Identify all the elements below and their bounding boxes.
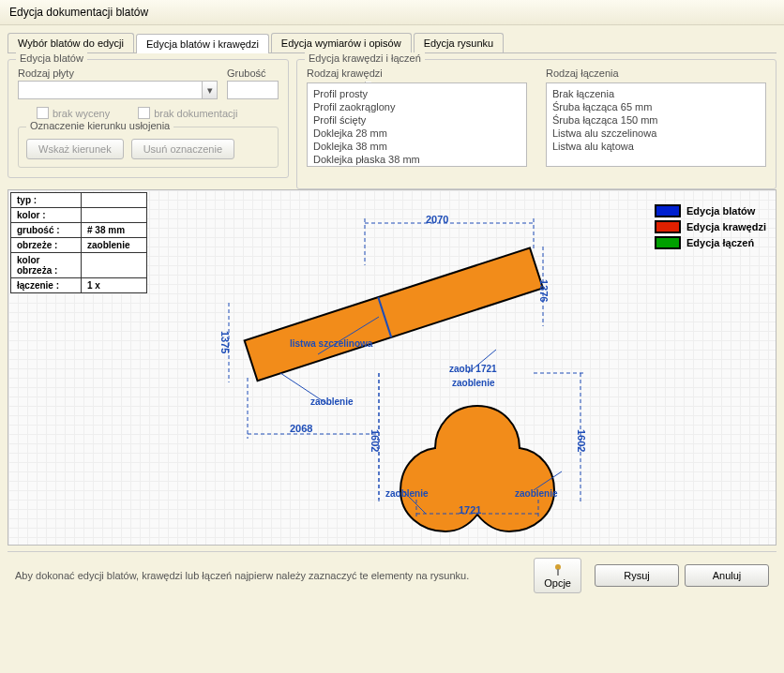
btn-anuluj[interactable]: Anuluj — [685, 564, 769, 587]
checkbox-label: brak dokumentacji — [154, 108, 237, 119]
dim-label: 2068 — [290, 423, 312, 434]
list-item[interactable]: Doklejka 38 mm — [311, 140, 522, 153]
checkbox-box-icon — [37, 107, 49, 119]
annotation: zaoblenie — [452, 378, 495, 388]
label-rodzaj-plyty: Rodzaj płyty — [18, 67, 218, 79]
list-item[interactable]: Doklejka 28 mm — [311, 127, 522, 140]
list-item[interactable]: Doklejka płaska 38 mm — [311, 153, 522, 166]
btn-wskaz-kierunek[interactable]: Wskaż kierunek — [26, 139, 124, 159]
svg-rect-22 — [557, 569, 559, 576]
tab-wybor[interactable]: Wybór blatów do edycji — [8, 33, 134, 52]
checkbox-brak-dokumentacji[interactable]: brak dokumentacji — [138, 107, 237, 119]
combo-rodzaj-plyty[interactable]: ▾ — [18, 81, 218, 99]
list-item[interactable]: Profil ścięty — [311, 113, 522, 127]
btn-opcje[interactable]: Opcje — [534, 558, 581, 593]
tab-wymiary[interactable]: Edycja wymiarów i opisów — [271, 33, 412, 52]
dim-label: 1376 — [538, 279, 550, 302]
drawing-canvas[interactable]: typ : kolor : grubość :# 38 mm obrzeże :… — [8, 189, 776, 546]
list-item[interactable]: Śruba łącząca 65 mm — [550, 100, 761, 113]
dim-label: 1602 — [369, 429, 381, 452]
input-rodzaj-plyty[interactable] — [19, 82, 202, 98]
annotation: zaoblenie — [515, 488, 558, 499]
btn-usun-oznaczenie[interactable]: Usuń oznaczenie — [131, 139, 234, 159]
label-rodzaj-laczenia: Rodzaj łączenia — [546, 67, 766, 79]
panel-title: Edycja blatów — [16, 52, 87, 64]
list-item[interactable]: Profil zaokrąglony — [311, 100, 522, 113]
btn-label: Opcje — [544, 577, 571, 589]
annotation: zaoblenie — [385, 488, 429, 499]
svg-rect-0 — [245, 248, 543, 381]
tab-rysunek[interactable]: Edycja rysunku — [414, 33, 505, 52]
label-grubosc: Grubość — [227, 67, 279, 79]
panel-title: Oznaczenie kierunku usłojenia — [26, 120, 173, 131]
list-item[interactable]: Brak łączenia — [550, 87, 761, 100]
dim-label: 2070 — [426, 214, 448, 225]
combo-grubosc[interactable]: ▾ — [227, 81, 279, 99]
chevron-down-icon[interactable]: ▾ — [202, 82, 217, 98]
listbox-krawedzie[interactable]: Profil prosty Profil zaokrąglony Profil … — [307, 82, 527, 167]
gear-icon — [550, 562, 565, 577]
panel-title: Edycja krawędzi i łączeń — [305, 52, 425, 64]
label-rodzaj-krawedzi: Rodzaj krawędzi — [307, 67, 527, 79]
panel-usłojenie: Oznaczenie kierunku usłojenia Wskaż kier… — [18, 127, 279, 168]
dim-label: 1375 — [219, 331, 231, 353]
checkbox-brak-wyceny[interactable]: brak wyceny — [37, 107, 110, 119]
tab-edycja-blatow[interactable]: Edycja blatów i krawędzi — [136, 34, 269, 53]
panel-edycja-blatow: Edycja blatów Rodzaj płyty ▾ Grubość — [8, 59, 289, 178]
dim-label: 1721 — [459, 504, 481, 516]
tabbar: Wybór blatów do edycji Edycja blatów i k… — [8, 33, 776, 53]
annotation: listwa szczelinowa — [290, 338, 372, 349]
list-item[interactable]: Śruba łącząca 150 mm — [550, 113, 761, 127]
annotation: zaoblenie — [310, 396, 354, 407]
checkbox-box-icon — [138, 107, 150, 119]
footer: Aby dokonać edycji blatów, krawędzi lub … — [8, 551, 776, 599]
list-item[interactable]: Profil prosty — [311, 87, 522, 100]
checkbox-label: brak wyceny — [53, 108, 110, 119]
list-item[interactable]: Listwa alu szczelinowa — [550, 127, 761, 140]
listbox-laczenia[interactable]: Brak łączenia Śruba łącząca 65 mm Śruba … — [546, 82, 766, 167]
list-item[interactable]: Listwa alu kątowa — [550, 140, 761, 153]
window-title: Edycja dokumentacji blatów — [0, 0, 784, 25]
footer-help-text: Aby dokonać edycji blatów, krawędzi lub … — [15, 570, 534, 581]
panel-edycja-krawedzi: Edycja krawędzi i łączeń Rodzaj krawędzi… — [296, 59, 776, 189]
annotation: zaobl 1721 — [449, 364, 497, 374]
btn-rysuj[interactable]: Rysuj — [595, 564, 679, 587]
dim-label: 1602 — [576, 429, 587, 452]
